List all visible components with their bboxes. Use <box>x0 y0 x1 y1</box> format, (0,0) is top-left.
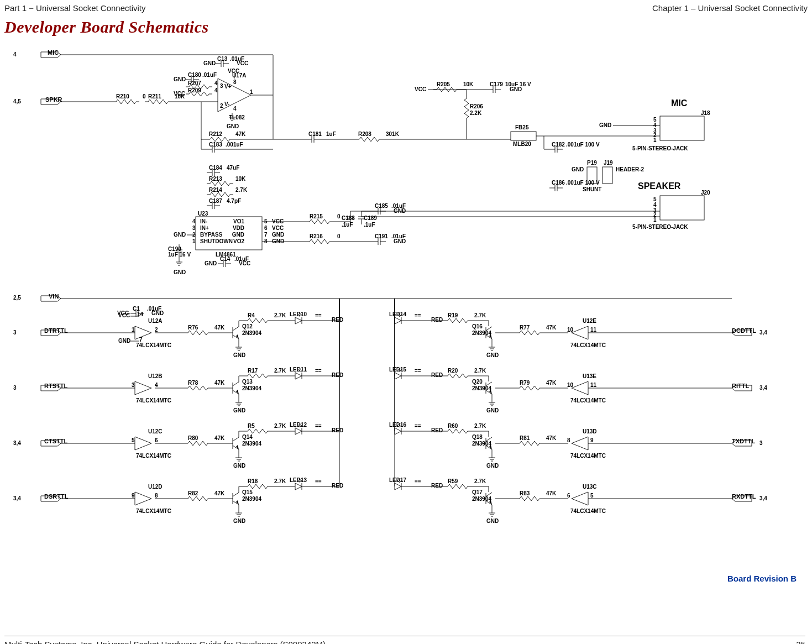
svg-text:GND: GND <box>486 463 499 469</box>
svg-text:47K: 47K <box>546 324 557 331</box>
val: 10K <box>463 81 474 87</box>
board-revision: Board Revision B <box>727 574 797 583</box>
svg-text:GND: GND <box>233 407 245 413</box>
ref: R206 <box>470 103 483 109</box>
svg-text:7: 7 <box>139 337 143 343</box>
net: GND <box>272 238 284 244</box>
spkr-label: SPKR <box>45 96 62 103</box>
svg-text:R19: R19 <box>448 312 458 318</box>
svg-text:74LCX14MTC: 74LCX14MTC <box>136 397 171 404</box>
svg-text:4: 4 <box>192 218 196 224</box>
svg-text:74LCX14MTC: 74LCX14MTC <box>570 508 606 514</box>
svg-text:1: 1 <box>250 89 253 95</box>
svg-text:74LCX14MTC: 74LCX14MTC <box>136 342 171 348</box>
svg-text:GND: GND <box>118 338 130 344</box>
ref: R211 <box>148 93 161 100</box>
svg-text:RITTL: RITTL <box>732 383 749 389</box>
pin: 2,5 <box>13 295 21 301</box>
ref: C180 <box>188 72 201 78</box>
val: 0 <box>143 93 146 100</box>
svg-text:R81: R81 <box>520 435 530 441</box>
svg-text:2: 2 <box>155 327 158 333</box>
jack-type: 5-PIN-STEREO-JACK <box>632 224 688 230</box>
net: GND <box>205 260 217 266</box>
p: BYPASS <box>200 232 223 238</box>
header-right: Chapter 1 – Universal Socket Connectivit… <box>652 3 808 13</box>
svg-text:3: 3 <box>132 382 135 388</box>
ref: C191 <box>375 233 388 239</box>
ref: J19 <box>604 160 613 166</box>
svg-text:2N3904: 2N3904 <box>242 330 261 336</box>
svg-text:R78: R78 <box>188 380 198 386</box>
svg-text:2N3904: 2N3904 <box>242 441 261 447</box>
ref: C183 <box>209 142 222 148</box>
ref: C181 <box>308 131 322 137</box>
pin: 4 <box>13 51 17 57</box>
svg-text:4: 4 <box>155 382 158 388</box>
svg-text:74LCX14MTC: 74LCX14MTC <box>136 508 171 514</box>
ref: C188 <box>342 215 355 221</box>
svg-text:R59: R59 <box>448 478 458 484</box>
svg-text:RED: RED <box>431 317 443 323</box>
svg-text:==: == <box>415 423 421 429</box>
speaker-big: SPEAKER <box>638 181 681 191</box>
val: 1uF 16 V <box>168 252 191 258</box>
svg-text:8: 8 <box>567 437 570 443</box>
ref: R216 <box>310 233 323 239</box>
svg-text:2N3904: 2N3904 <box>472 441 491 447</box>
svg-text:7: 7 <box>264 232 268 238</box>
header: HEADER-2 <box>616 166 645 172</box>
svg-text:6: 6 <box>567 493 570 499</box>
ref: R214 <box>209 187 222 193</box>
svg-text:U12A: U12A <box>148 318 163 324</box>
svg-text:47K: 47K <box>546 435 557 441</box>
svg-text:VCC: VCC <box>118 312 130 318</box>
svg-text:Q13: Q13 <box>242 379 253 385</box>
svg-text:3,4: 3,4 <box>759 495 767 501</box>
svg-text:1: 1 <box>653 217 657 223</box>
svg-text:4: 4 <box>233 106 237 112</box>
svg-text:8: 8 <box>264 238 268 244</box>
svg-text:1: 1 <box>192 238 196 244</box>
svg-text:RED: RED <box>431 372 443 378</box>
svg-text:LED14: LED14 <box>389 311 407 317</box>
val: .001uF 100 V <box>566 142 600 148</box>
svg-text:6: 6 <box>264 225 268 231</box>
pin: 4,5 <box>13 98 21 104</box>
net: GND <box>174 76 186 82</box>
svg-text:RED: RED <box>332 427 343 433</box>
svg-text:Q20: Q20 <box>472 379 483 385</box>
svg-text:10: 10 <box>567 382 574 388</box>
net: GND <box>572 166 584 172</box>
ref: C185 <box>375 203 388 209</box>
svg-text:3: 3 <box>13 385 17 391</box>
val: 301K <box>386 131 400 137</box>
net: GND <box>151 310 164 316</box>
svg-text:11: 11 <box>590 327 597 333</box>
svg-text:R18: R18 <box>248 478 258 484</box>
svg-text:R77: R77 <box>520 324 530 331</box>
svg-text:U12D: U12D <box>148 484 163 490</box>
svg-text:GND: GND <box>233 463 245 469</box>
val: .01uF <box>202 72 217 78</box>
ref: R212 <box>209 131 222 137</box>
p: VO2 <box>233 238 244 244</box>
svg-text:LED16: LED16 <box>389 422 407 428</box>
svg-text:2N3904: 2N3904 <box>242 385 261 391</box>
svg-text:DCDTTL: DCDTTL <box>732 327 756 334</box>
svg-text:U12B: U12B <box>148 373 163 379</box>
pinlabel: V+ <box>224 83 232 90</box>
ref: R208 <box>358 131 371 137</box>
net: GND <box>394 238 406 244</box>
val: 47K <box>235 131 246 137</box>
svg-text:3,4: 3,4 <box>759 385 767 391</box>
svg-text:RED: RED <box>332 483 343 489</box>
val: .1uF <box>342 222 353 228</box>
p: IN- <box>200 218 207 224</box>
svg-text:Q16: Q16 <box>472 323 483 329</box>
ref: R215 <box>310 213 323 219</box>
svg-text:Q15: Q15 <box>242 489 253 495</box>
svg-text:47K: 47K <box>214 490 225 496</box>
svg-text:11: 11 <box>590 382 597 388</box>
page-footer: Multi-Tech Systems, Inc. Universal Socke… <box>4 636 805 640</box>
